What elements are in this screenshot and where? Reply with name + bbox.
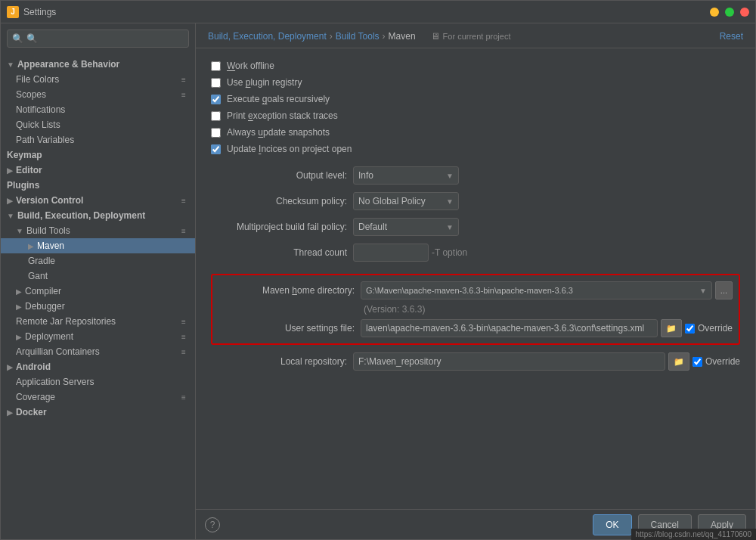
deployment-label: Deployment: [25, 331, 73, 342]
checksum-policy-value: No Global Policy: [358, 196, 426, 206]
use-plugin-registry-label[interactable]: Use plugin registry: [227, 77, 302, 88]
print-exception-checkbox[interactable]: [211, 111, 221, 121]
sidebar-item-build-tools[interactable]: ▼ Build Tools ≡: [1, 223, 195, 238]
maximize-button[interactable]: [725, 8, 734, 17]
help-button[interactable]: ?: [205, 517, 220, 532]
build-tools-expand-icon: ▼: [16, 227, 23, 235]
compiler-expand-icon: ▶: [16, 287, 22, 296]
maven-home-value: G:\Maven\apache-maven-3.6.3-bin\apache-m…: [366, 286, 573, 295]
user-settings-override-checkbox[interactable]: [685, 324, 695, 334]
sidebar-item-path-variables[interactable]: Path Variables: [1, 132, 195, 147]
checksum-policy-control: No Global Policy ▼: [353, 192, 740, 210]
maven-home-row: Maven home directory: G:\Maven\apache-ma…: [218, 281, 733, 299]
print-exception-label[interactable]: Print exception stack traces: [227, 110, 338, 121]
output-level-arrow: ▼: [446, 172, 454, 180]
vc-label: Version Control: [16, 195, 83, 206]
for-project-icon: 🖥: [431, 31, 440, 42]
sidebar-item-docker[interactable]: ▶ Docker: [1, 405, 195, 420]
sidebar-item-scopes[interactable]: Scopes ≡: [1, 87, 195, 102]
thread-count-input[interactable]: [353, 244, 429, 262]
maven-home-browse-button[interactable]: ...: [715, 281, 733, 299]
sidebar-item-debugger[interactable]: ▶ Debugger: [1, 299, 195, 314]
work-offline-checkbox[interactable]: [211, 61, 221, 71]
debugger-label: Debugger: [25, 301, 65, 312]
sidebar-item-version-control[interactable]: ▶ Version Control ≡: [1, 193, 195, 208]
update-indices-label[interactable]: Update Incices on project open: [227, 144, 352, 154]
plugins-label: Plugins: [7, 180, 39, 191]
sidebar-item-arquillian[interactable]: Arquillian Containers ≡: [1, 344, 195, 359]
multiproject-build-row: Multiproject build fail policy: Default …: [211, 218, 740, 236]
execute-goals-checkbox[interactable]: [211, 95, 221, 104]
use-plugin-registry-row: Use plugin registry: [211, 77, 740, 88]
search-icon: 🔍: [12, 33, 23, 44]
editor-label: Editor: [16, 165, 42, 175]
maven-label: Maven: [37, 241, 64, 251]
scopes-label: Scopes: [16, 89, 46, 100]
sidebar-item-android[interactable]: ▶ Android: [1, 359, 195, 374]
sidebar-item-build-execution[interactable]: ▼ Build, Execution, Deployment: [1, 208, 195, 223]
deployment-badge: ≡: [178, 331, 189, 342]
sidebar-item-coverage[interactable]: Coverage ≡: [1, 389, 195, 405]
output-level-label: Output level:: [211, 170, 347, 181]
sidebar-item-editor[interactable]: ▶ Editor: [1, 163, 195, 178]
file-colors-badge: ≡: [178, 74, 189, 85]
sidebar-item-remote-jar[interactable]: Remote Jar Repositories ≡: [1, 314, 195, 329]
execute-goals-label[interactable]: Execute goals recursively: [227, 94, 330, 104]
maven-home-select[interactable]: G:\Maven\apache-maven-3.6.3-bin\apache-m…: [361, 281, 712, 299]
sidebar-item-maven[interactable]: ▶ Maven: [1, 238, 195, 253]
expand-icon: ▼: [7, 61, 14, 69]
sidebar-item-deployment[interactable]: ▶ Deployment ≡: [1, 329, 195, 344]
search-input[interactable]: [26, 33, 184, 44]
local-repository-input[interactable]: [353, 352, 665, 371]
sidebar-item-compiler[interactable]: ▶ Compiler: [1, 284, 195, 299]
always-update-label[interactable]: Always update snapshots: [227, 127, 330, 138]
sidebar-item-application-servers[interactable]: Application Servers: [1, 374, 195, 389]
reset-button[interactable]: Reset: [720, 31, 743, 42]
breadcrumb-build-tools[interactable]: Build Tools: [336, 31, 380, 42]
checkboxes-section: Work offline Use plugin registry Execute…: [211, 61, 740, 154]
remote-jar-badge: ≡: [178, 316, 189, 327]
maven-version: (Version: 3.6.3): [218, 304, 733, 315]
close-button[interactable]: [740, 8, 749, 17]
local-repository-browse-button[interactable]: 📁: [668, 352, 689, 371]
multiproject-build-arrow: ▼: [446, 223, 454, 231]
breadcrumb-sep-2: ›: [383, 31, 386, 42]
work-offline-row: Work offline: [211, 61, 740, 71]
sidebar-item-appearance[interactable]: ▼ Appearance & Behavior: [1, 57, 195, 72]
debugger-expand-icon: ▶: [16, 303, 22, 311]
sidebar-section-label: Appearance & Behavior: [17, 59, 119, 70]
update-indices-checkbox[interactable]: [211, 144, 221, 154]
output-level-value: Info: [358, 170, 373, 181]
sidebar-item-plugins[interactable]: Plugins: [1, 178, 195, 193]
user-settings-override-label[interactable]: Override: [698, 323, 733, 334]
minimize-button[interactable]: [710, 8, 719, 17]
keymap-label: Keymap: [7, 150, 42, 160]
sidebar-item-file-colors[interactable]: File Colors ≡: [1, 72, 195, 87]
use-plugin-registry-checkbox[interactable]: [211, 78, 221, 88]
build-expand-icon: ▼: [7, 212, 14, 220]
multiproject-build-value: Default: [358, 222, 387, 232]
user-settings-input[interactable]: [361, 319, 658, 337]
multiproject-build-select[interactable]: Default ▼: [353, 218, 459, 236]
user-settings-browse-button[interactable]: 📁: [661, 319, 682, 337]
remote-jar-label: Remote Jar Repositories: [16, 316, 116, 327]
sidebar-item-notifications[interactable]: Notifications: [1, 102, 195, 117]
sidebar-item-quick-lists[interactable]: Quick Lists: [1, 117, 195, 132]
work-offline-label[interactable]: Work offline: [227, 61, 274, 71]
compiler-label: Compiler: [25, 286, 61, 296]
always-update-checkbox[interactable]: [211, 128, 221, 138]
user-settings-override: Override: [685, 323, 733, 334]
user-settings-row: User settings file: 📁 Override: [218, 319, 733, 337]
local-repository-override-checkbox[interactable]: [692, 357, 702, 367]
search-box[interactable]: 🔍: [7, 29, 189, 48]
main-content-area: 🔍 ▼ Appearance & Behavior File Colors ≡ …: [1, 23, 755, 539]
local-repository-override-label[interactable]: Override: [705, 356, 740, 367]
breadcrumb-build[interactable]: Build, Execution, Deployment: [208, 31, 327, 42]
ok-button[interactable]: OK: [593, 514, 631, 535]
sidebar-item-gant[interactable]: Gant: [1, 268, 195, 284]
sidebar-item-keymap[interactable]: Keymap: [1, 147, 195, 163]
checksum-policy-select[interactable]: No Global Policy ▼: [353, 192, 459, 210]
sidebar-item-gradle[interactable]: Gradle: [1, 253, 195, 268]
user-settings-control: 📁 Override: [361, 319, 733, 337]
output-level-select[interactable]: Info ▼: [353, 166, 459, 185]
